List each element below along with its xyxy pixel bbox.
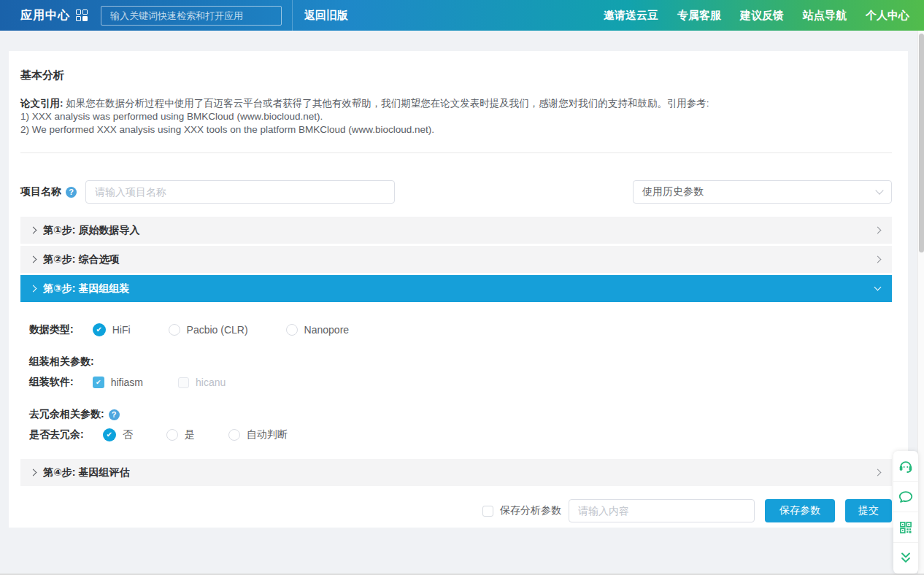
headset-icon [898,458,914,474]
save-params-checkbox-label: 保存分析参数 [500,504,561,517]
nav-feedback[interactable]: 建议反馈 [740,9,784,23]
project-name-help-icon[interactable]: ? [66,187,77,198]
redundancy-row: 是否去冗余: 否 是 自动判断 [29,428,892,441]
citation-block: 论文引用: 如果您在数据分析过程中使用了百迈客云平台或者获得了其他有效帮助，我们… [20,97,892,136]
qr-code-icon [898,520,913,535]
nav-customer-service[interactable]: 专属客服 [677,9,721,23]
checkbox-hicanu[interactable]: hicanu [178,377,226,388]
header-divider [292,0,293,31]
chevron-down-icon [875,186,883,194]
software-label: 组装软件: [29,376,74,389]
radio-icon [166,429,178,441]
redundancy-help-icon[interactable]: ? [109,409,120,420]
expand-arrow-icon [874,469,882,476]
checkbox-label: hifiasm [111,377,143,388]
qr-code-button[interactable] [893,512,918,543]
checkbox-icon [482,506,493,517]
step-3-title: 第③步: 基因组组装 [43,282,129,296]
nav-personal-center[interactable]: 个人中心 [866,9,909,23]
app-grid-icon[interactable] [76,9,88,21]
collapse-toolbar-button[interactable] [893,543,918,574]
radio-icon [93,323,106,336]
save-params-checkbox[interactable]: 保存分析参数 [482,504,561,517]
header-nav: 邀请送云豆 专属客服 建议反馈 站点导航 个人中心 [604,9,909,23]
radio-hifi[interactable]: HiFi [93,323,131,336]
radio-no[interactable]: 否 [103,428,133,441]
radio-icon [103,428,116,441]
chat-bubble-icon [898,489,914,505]
nav-invite-beans[interactable]: 邀请送云豆 [604,9,658,23]
back-to-old-version-link[interactable]: 返回旧版 [304,9,348,23]
radio-icon [286,324,298,336]
radio-label: 是 [185,428,195,441]
checkbox-label: hicanu [196,377,226,388]
citation-intro-text: 如果您在数据分析过程中使用了百迈客云平台或者获得了其他有效帮助，我们期望您在论文… [66,98,709,109]
step-2-title: 第②步: 综合选项 [43,253,119,266]
step-1-header[interactable]: 第①步: 原始数据导入 [20,217,892,244]
citation-ref-1: 1) XXX analysis was performed using BMKC… [20,110,892,123]
section-divider [20,153,892,153]
history-params-select[interactable]: 使用历史参数 [633,180,892,204]
double-chevron-down-icon [898,552,913,565]
chevron-right-icon [30,227,37,234]
radio-auto-judge[interactable]: 自动判断 [228,428,288,441]
nav-site-map[interactable]: 站点导航 [803,9,847,23]
scrollbar-thumb[interactable] [919,34,924,252]
radio-yes[interactable]: 是 [166,428,195,441]
step-4-title: 第④步: 基因组评估 [43,466,129,479]
redundancy-label: 是否去冗余: [29,428,84,441]
step-3-header[interactable]: 第③步: 基因组组装 [20,275,892,302]
steps-accordion: 第①步: 原始数据导入 第②步: 综合选项 第③步: 基因组组装 数据类型: H… [20,217,892,486]
collapse-arrow-icon [874,284,882,291]
redundancy-params-text: 去冗余相关参数: [29,408,104,421]
project-name-row: 项目名称 ? 使用历史参数 [20,180,892,204]
checkbox-icon [93,377,104,388]
top-header: 应用中心 返回旧版 邀请送云豆 专属客服 建议反馈 站点导航 个人中心 [0,0,924,31]
main-panel: 基本分析 论文引用: 如果您在数据分析过程中使用了百迈客云平台或者获得了其他有效… [9,51,908,528]
step-1-title: 第①步: 原始数据导入 [43,224,139,237]
history-params-value: 使用历史参数 [642,185,704,198]
app-search-input[interactable] [101,6,282,26]
chevron-right-icon [30,469,37,476]
data-type-label: 数据类型: [29,323,74,336]
customer-service-button[interactable] [893,451,918,482]
footer-actions: 保存分析参数 保存参数 提交 [20,499,892,540]
data-type-row: 数据类型: HiFi Pacbio (CLR) Nanopore [29,323,892,336]
radio-label: HiFi [112,324,131,336]
software-row: 组装软件: hifiasm hicanu [29,376,892,389]
radio-nanopore[interactable]: Nanopore [286,324,350,336]
checkbox-icon [178,377,189,388]
radio-icon [169,324,180,336]
chevron-right-icon [30,256,37,263]
radio-icon [228,429,240,441]
radio-pacbio-clr[interactable]: Pacbio (CLR) [169,324,248,336]
project-name-label: 项目名称 [20,185,61,198]
radio-label: 否 [123,428,133,441]
citation-intro: 论文引用: 如果您在数据分析过程中使用了百迈客云平台或者获得了其他有效帮助，我们… [20,97,892,110]
page-title: 基本分析 [20,69,892,82]
step-4-header[interactable]: 第④步: 基因组评估 [20,459,892,486]
submit-button[interactable]: 提交 [845,499,892,522]
radio-label: 自动判断 [247,428,288,441]
citation-label: 论文引用: [20,98,63,109]
radio-label: Pacbio (CLR) [187,324,248,336]
chevron-right-icon [30,285,37,293]
assembly-params-label: 组装相关参数: [29,355,892,368]
expand-arrow-icon [874,227,882,234]
chat-button[interactable] [893,482,918,512]
step-2-header[interactable]: 第②步: 综合选项 [20,246,892,273]
citation-ref-2: 2) We performed XXX analysis using XXX t… [20,123,892,136]
redundancy-params-label: 去冗余相关参数: ? [29,408,892,421]
scrollbar-track [917,31,924,575]
save-params-button[interactable]: 保存参数 [765,499,835,522]
checkbox-hifiasm[interactable]: hifiasm [93,377,143,388]
app-center-title[interactable]: 应用中心 [20,8,70,23]
radio-label: Nanopore [304,324,350,336]
floating-toolbar [893,451,918,574]
save-params-name-input[interactable] [569,499,755,522]
step-3-content: 数据类型: HiFi Pacbio (CLR) Nanopore 组装相关参数:… [20,304,892,459]
expand-arrow-icon [874,256,882,263]
project-name-input[interactable] [85,180,395,204]
